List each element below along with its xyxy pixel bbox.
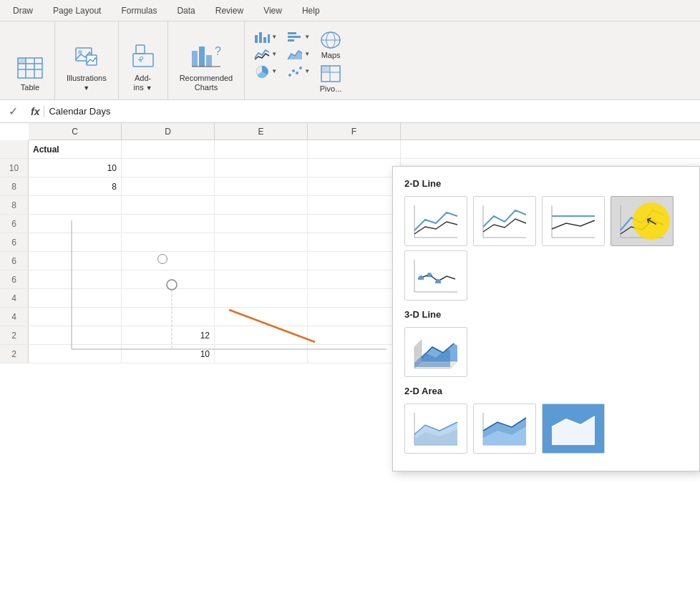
table-row: Actual	[0, 140, 700, 159]
area-simple-option[interactable]	[404, 404, 467, 454]
ribbon-group-charts: ▼ ▼ ▼	[245, 21, 351, 99]
recommended-charts-button[interactable]: ? RecommendedCharts	[175, 41, 238, 95]
ss-cell[interactable]	[215, 233, 308, 251]
ss-cell[interactable]	[29, 308, 122, 326]
ss-cell[interactable]	[122, 140, 215, 158]
tab-data[interactable]: Data	[167, 1, 205, 21]
line-multi-option[interactable]	[473, 196, 536, 246]
ss-cell[interactable]: 10	[122, 345, 215, 363]
area-stacked-option[interactable]	[473, 404, 536, 454]
svg-point-28	[292, 69, 295, 72]
illustrations-button[interactable]: Illustrations▼	[62, 41, 111, 95]
ss-cell[interactable]	[29, 326, 122, 344]
ss-cell[interactable]	[122, 177, 215, 195]
ss-cell[interactable]	[122, 196, 215, 214]
column-chart-button[interactable]: ▼	[251, 29, 281, 45]
formula-check[interactable]: ✓	[4, 103, 22, 119]
ss-cell[interactable]	[215, 215, 308, 233]
ss-cell[interactable]	[215, 326, 308, 344]
tab-help[interactable]: Help	[292, 1, 330, 21]
ss-cell[interactable]	[308, 308, 401, 326]
ss-cell[interactable]	[308, 345, 401, 363]
svg-point-58	[436, 279, 440, 283]
ss-cell[interactable]	[215, 252, 308, 270]
area-chart-button[interactable]: ▼	[283, 47, 313, 62]
table-button[interactable]: Table	[13, 54, 47, 95]
line-cursor-option[interactable]: ↖	[611, 196, 674, 246]
ss-cell[interactable]	[29, 196, 122, 214]
ss-cell[interactable]	[215, 177, 308, 195]
svg-rect-15	[206, 55, 212, 67]
ss-cell[interactable]	[308, 140, 401, 158]
line-simple-option[interactable]	[404, 196, 467, 246]
ss-cell[interactable]	[122, 252, 215, 270]
ss-cell[interactable]	[308, 233, 401, 251]
ss-cell[interactable]: 10	[29, 159, 122, 177]
tab-review[interactable]: Review	[205, 1, 253, 21]
line-3d-option[interactable]	[404, 327, 467, 377]
ss-cell[interactable]	[122, 233, 215, 251]
ss-cell[interactable]	[215, 159, 308, 177]
ss-cell[interactable]	[308, 326, 401, 344]
ss-cell[interactable]	[29, 289, 122, 307]
ss-cell[interactable]	[122, 308, 215, 326]
maps-label: Maps	[321, 51, 341, 60]
col-headers: C D E F	[29, 123, 700, 140]
table-label: Table	[21, 83, 39, 92]
tab-page-layout[interactable]: Page Layout	[43, 1, 111, 21]
ribbon-group-table: Table	[6, 21, 55, 99]
column-chart-arrow: ▼	[271, 34, 277, 40]
ss-cell[interactable]	[122, 289, 215, 307]
ss-cell[interactable]	[215, 270, 308, 288]
line-chart-arrow: ▼	[271, 51, 277, 57]
ss-cell[interactable]	[29, 345, 122, 363]
ss-cell[interactable]: 8	[29, 177, 122, 195]
ss-cell[interactable]	[122, 270, 215, 288]
ss-cell[interactable]: Actual	[29, 140, 122, 158]
line-stacked-option[interactable]	[404, 250, 467, 300]
ss-cell[interactable]	[215, 196, 308, 214]
svg-point-57	[427, 273, 432, 277]
line-smooth-option[interactable]	[542, 196, 605, 246]
tab-view[interactable]: View	[253, 1, 292, 21]
chart-options-2d-line: ↖	[404, 196, 688, 246]
formula-content[interactable]: Calendar Days	[49, 106, 696, 117]
svg-rect-5	[18, 58, 26, 64]
ss-cell[interactable]	[215, 140, 308, 158]
ss-cell[interactable]	[215, 345, 308, 363]
svg-point-29	[296, 72, 298, 74]
ss-cell[interactable]	[122, 215, 215, 233]
ss-cell[interactable]	[29, 233, 122, 251]
bar-chart-button[interactable]: ▼	[283, 29, 313, 45]
add-ins-button[interactable]: + ? Add-ins ▼	[126, 41, 160, 95]
ss-cell[interactable]	[122, 159, 215, 177]
col-header-f: F	[308, 123, 401, 140]
ss-cell[interactable]	[308, 196, 401, 214]
ss-cell[interactable]	[308, 215, 401, 233]
ss-cell[interactable]	[29, 215, 122, 233]
pie-chart-button[interactable]: ▼	[251, 64, 281, 79]
row-num	[0, 140, 29, 158]
tab-draw[interactable]: Draw	[3, 1, 43, 21]
ss-cell[interactable]	[308, 270, 401, 288]
illustrations-label: Illustrations▼	[67, 74, 107, 92]
ss-cell[interactable]	[308, 289, 401, 307]
ss-cell[interactable]	[308, 177, 401, 195]
ss-cell[interactable]: 12	[122, 326, 215, 344]
maps-button[interactable]: Maps	[316, 29, 345, 62]
ss-cell[interactable]	[215, 308, 308, 326]
row-num: 6	[0, 252, 29, 270]
ss-cell[interactable]	[308, 159, 401, 177]
ss-cell[interactable]	[29, 270, 122, 288]
line-chart-button[interactable]: ▼	[251, 47, 281, 62]
ss-cell[interactable]	[215, 289, 308, 307]
chart-options-3d-line	[404, 327, 688, 377]
ss-cell[interactable]	[308, 252, 401, 270]
ss-cell[interactable]	[29, 252, 122, 270]
tab-formulas[interactable]: Formulas	[111, 1, 167, 21]
scatter-chart-button[interactable]: ▼	[283, 64, 313, 79]
area-chart-arrow: ▼	[304, 51, 310, 57]
area-filled-option[interactable]	[542, 404, 605, 454]
pivot-button[interactable]: Pivo...	[316, 63, 345, 95]
recommended-charts-label: RecommendedCharts	[180, 74, 233, 92]
